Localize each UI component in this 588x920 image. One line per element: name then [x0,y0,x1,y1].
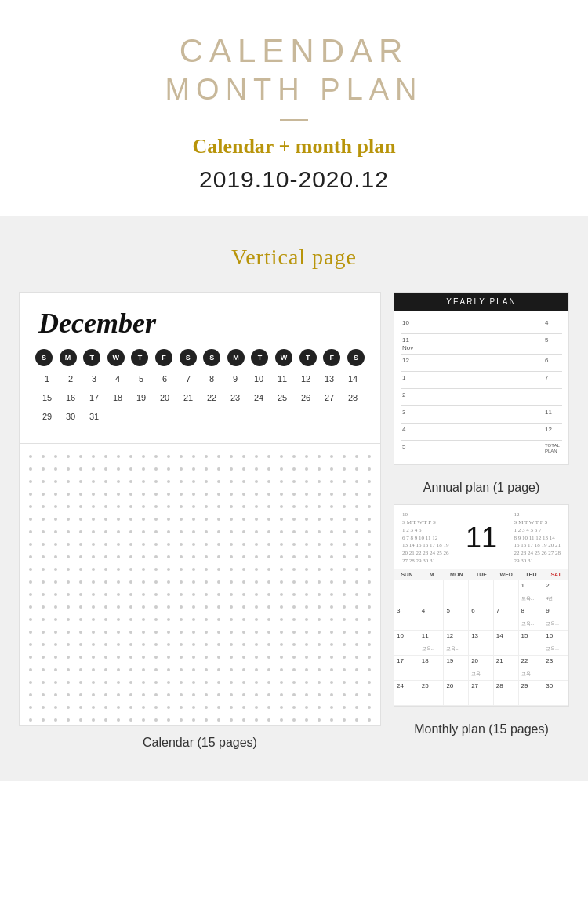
dot [92,518,95,521]
dot [305,530,308,533]
dot [267,668,270,671]
dot [368,631,371,634]
annual-row: 11Nov 5 [401,334,562,355]
dot [154,593,158,596]
dot [192,493,195,496]
section-title: Vertical page [19,245,569,270]
dot [280,643,283,646]
day-circle: T [251,349,268,366]
dot [230,580,233,584]
dot [292,555,296,558]
dot [305,518,308,521]
dot [305,605,308,609]
dot [292,593,296,596]
dot [242,555,245,558]
dot-grid-area: // Generate dot grid document.addEventLi… [19,444,381,726]
dot [67,593,70,596]
dot [217,580,220,584]
title-sub: MONTH PLAN [16,72,572,108]
dot [129,493,132,496]
dot [180,543,183,546]
dot [79,593,82,596]
header-section: CALENDAR MONTH PLAN Calendar + month pla… [0,0,588,216]
monthly-cal-grid: 1 토육... 2 4년 3 4 5 [394,580,568,706]
dot [267,656,270,659]
dot [205,455,208,458]
dot [217,693,220,696]
dot [167,656,170,659]
dot [217,530,220,533]
dot [54,530,57,533]
dot [242,455,245,458]
dot [330,580,333,584]
dot [54,505,57,508]
dot [292,693,296,696]
dot [280,681,283,684]
dot [292,631,296,634]
dot [154,631,158,634]
dot [117,693,120,696]
dot [368,668,371,671]
dot [129,631,132,634]
dot [42,543,45,546]
dot [167,593,170,596]
dot [355,605,358,609]
dot [192,568,195,571]
dot [343,467,346,471]
dot [180,681,183,684]
monthly-day-headers: SUN M MON TUE WED THU SAT [394,569,568,580]
dot [305,718,308,722]
dot [167,580,170,584]
dot [79,568,82,571]
dot [192,555,195,558]
dot [154,493,158,496]
dot [142,706,145,709]
dot [42,656,45,659]
dot [305,668,308,671]
dot [129,643,132,646]
dot [142,518,145,521]
dot [255,668,258,671]
annual-plan-header: YEARLY PLAN [394,293,568,311]
header-date: 2019.10-2020.12 [16,166,572,193]
dot [117,518,120,521]
dot [180,656,183,659]
dot [54,480,57,483]
dot [242,631,245,634]
cal-cell: 8 교육... [519,605,544,631]
dot [205,656,208,659]
dot [104,718,107,722]
dot [267,530,270,533]
dot [267,718,270,722]
dot [92,580,95,584]
dot [255,605,258,609]
dot [92,555,95,558]
dot [192,668,195,671]
dot [205,505,208,508]
dot [292,543,296,546]
dot [154,668,158,671]
dot [67,555,70,558]
dot [292,706,296,709]
dot [192,693,195,696]
dot [117,568,120,571]
dot [67,668,70,671]
dot [54,631,57,634]
dot [217,643,220,646]
dot [67,543,70,546]
dot [343,480,346,483]
dot [255,493,258,496]
dot [192,530,195,533]
dot [42,706,45,709]
dot [318,580,321,584]
dot [330,681,333,684]
cal-cell: 6 [469,605,494,631]
cal-cell: 9 교육... [543,605,568,631]
dot [217,631,220,634]
dot [242,605,245,609]
dot [205,580,208,584]
cal-cell [494,580,519,605]
dot [267,693,270,696]
cal-cell: 23 [543,656,568,681]
dot [154,656,158,659]
